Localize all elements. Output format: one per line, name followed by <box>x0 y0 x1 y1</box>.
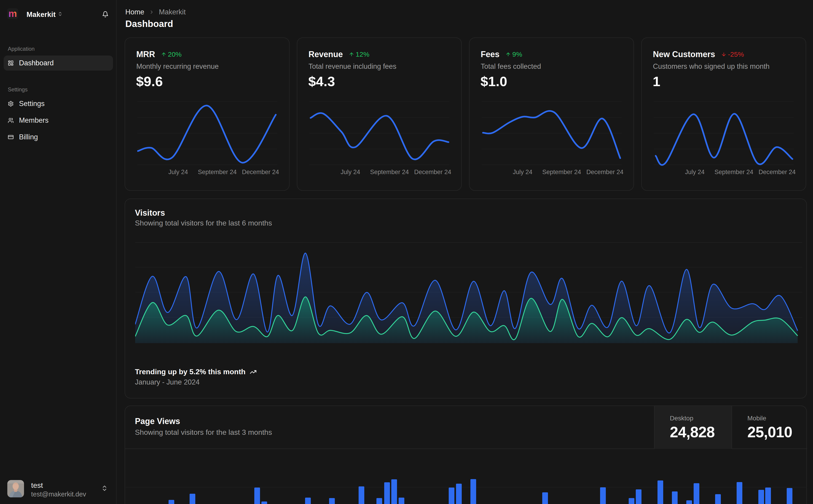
svg-text:m: m <box>8 8 17 19</box>
